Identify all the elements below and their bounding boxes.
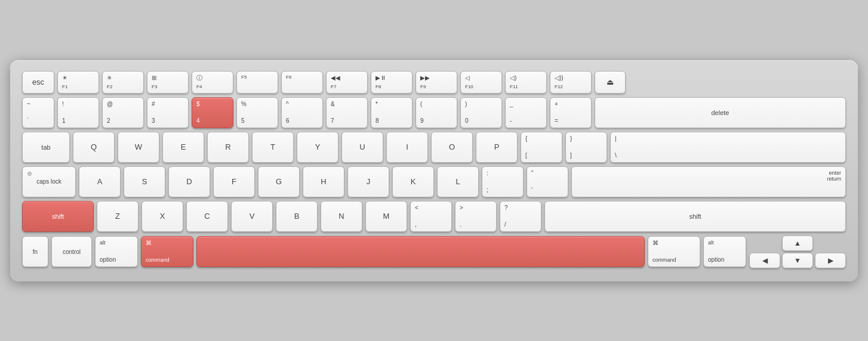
key-arrow-right[interactable]: ▶	[815, 253, 846, 268]
key-f9[interactable]: ▶▶ F9	[415, 71, 457, 94]
key-f10[interactable]: ◁ F10	[460, 71, 502, 94]
key-enter[interactable]: enter return	[571, 166, 846, 197]
key-esc[interactable]: esc	[22, 71, 54, 94]
key-fn[interactable]: fn	[22, 236, 48, 267]
key-f6[interactable]: F6	[281, 71, 323, 94]
capslock-indicator	[27, 172, 32, 176]
key-f5[interactable]: F5	[236, 71, 278, 94]
key-option-right[interactable]: alt option	[703, 236, 746, 267]
key-shift-left[interactable]: shift	[22, 201, 94, 232]
zxcv-row: shift Z X C V B N M < , > .	[22, 201, 846, 232]
asdf-row: caps lock A S D F G H J K L : ;	[22, 166, 846, 197]
key-8[interactable]: * 8	[371, 97, 413, 128]
key-slash[interactable]: ? /	[500, 201, 541, 232]
key-f2[interactable]: ✳ F2	[102, 71, 144, 94]
key-n[interactable]: N	[321, 201, 362, 232]
key-control[interactable]: control	[51, 236, 92, 267]
key-f12[interactable]: ◁)) F12	[550, 71, 592, 94]
key-s[interactable]: S	[124, 166, 165, 197]
key-z[interactable]: Z	[97, 201, 138, 232]
key-equals[interactable]: + =	[550, 97, 592, 128]
key-tilde[interactable]: ~ `	[22, 97, 54, 128]
key-r[interactable]: R	[207, 132, 249, 163]
key-2[interactable]: @ 2	[102, 97, 144, 128]
key-space[interactable]	[196, 236, 645, 267]
key-q[interactable]: Q	[73, 132, 115, 163]
key-lbracket[interactable]: { [	[521, 132, 562, 163]
key-tab[interactable]: tab	[22, 132, 70, 163]
key-period[interactable]: > .	[455, 201, 497, 232]
key-arrow-up[interactable]: ▲	[782, 235, 813, 251]
key-arrow-down[interactable]: ▼	[782, 253, 813, 268]
key-minus[interactable]: _ -	[505, 97, 547, 128]
key-shift-right[interactable]: shift	[544, 201, 846, 232]
key-b[interactable]: B	[276, 201, 318, 232]
key-o[interactable]: O	[431, 132, 473, 163]
number-row: ~ ` ! 1 @ 2 # 3 $ 4 % 5 ^ 6 & 7	[22, 97, 846, 128]
key-f8[interactable]: ▶⏸ F8	[371, 71, 413, 94]
key-k[interactable]: K	[392, 166, 434, 197]
key-h[interactable]: H	[303, 166, 344, 197]
key-d[interactable]: D	[168, 166, 210, 197]
key-0[interactable]: ) 0	[460, 97, 502, 128]
key-i[interactable]: I	[386, 132, 428, 163]
arrow-cluster: ▲ ◀ ▼ ▶	[749, 235, 846, 268]
key-y[interactable]: Y	[297, 132, 338, 163]
key-f4[interactable]: ⓘ F4	[192, 71, 233, 94]
key-l[interactable]: L	[437, 166, 479, 197]
key-eject[interactable]: ⏏	[595, 71, 626, 94]
bottom-row: fn control alt option ⌘ command ⌘ comman…	[22, 235, 846, 268]
key-5[interactable]: % 5	[236, 97, 278, 128]
key-c[interactable]: C	[186, 201, 228, 232]
key-a[interactable]: A	[79, 166, 121, 197]
key-esc-label: esc	[32, 78, 44, 86]
key-u[interactable]: U	[341, 132, 383, 163]
fn-row: esc ☀ F1 ✳ F2 ⊞ F3 ⓘ F4 F5 F6 ◀◀ F7 ▶⏸	[22, 71, 846, 94]
key-rbracket[interactable]: } ]	[565, 132, 607, 163]
key-command-right[interactable]: ⌘ command	[648, 236, 700, 267]
key-m[interactable]: M	[365, 201, 407, 232]
key-backslash[interactable]: | \	[610, 132, 846, 163]
key-f[interactable]: F	[213, 166, 255, 197]
key-9[interactable]: ( 9	[415, 97, 457, 128]
key-e[interactable]: E	[162, 132, 204, 163]
key-comma[interactable]: < ,	[410, 201, 452, 232]
key-capslock[interactable]: caps lock	[22, 166, 76, 197]
key-delete[interactable]: delete	[595, 97, 846, 128]
key-t[interactable]: T	[252, 132, 294, 163]
key-1[interactable]: ! 1	[57, 97, 99, 128]
key-x[interactable]: X	[141, 201, 183, 232]
key-g[interactable]: G	[258, 166, 300, 197]
key-semicolon[interactable]: : ;	[482, 166, 524, 197]
key-f3[interactable]: ⊞ F3	[147, 71, 189, 94]
key-7[interactable]: & 7	[326, 97, 368, 128]
key-w[interactable]: W	[118, 132, 159, 163]
key-command-left[interactable]: ⌘ command	[141, 236, 193, 267]
key-j[interactable]: J	[347, 166, 389, 197]
keyboard: esc ☀ F1 ✳ F2 ⊞ F3 ⓘ F4 F5 F6 ◀◀ F7 ▶⏸	[10, 60, 858, 281]
key-f11[interactable]: ◁) F11	[505, 71, 547, 94]
key-f1[interactable]: ☀ F1	[57, 71, 99, 94]
key-3[interactable]: # 3	[147, 97, 189, 128]
key-f7[interactable]: ◀◀ F7	[326, 71, 368, 94]
key-6[interactable]: ^ 6	[281, 97, 323, 128]
qwerty-row: tab Q W E R T Y U I O P	[22, 132, 846, 163]
key-option-left[interactable]: alt option	[95, 236, 138, 267]
key-4[interactable]: $ 4	[192, 97, 233, 128]
key-v[interactable]: V	[231, 201, 273, 232]
key-arrow-left[interactable]: ◀	[749, 253, 780, 268]
key-quote[interactable]: " '	[527, 166, 568, 197]
key-p[interactable]: P	[476, 132, 518, 163]
